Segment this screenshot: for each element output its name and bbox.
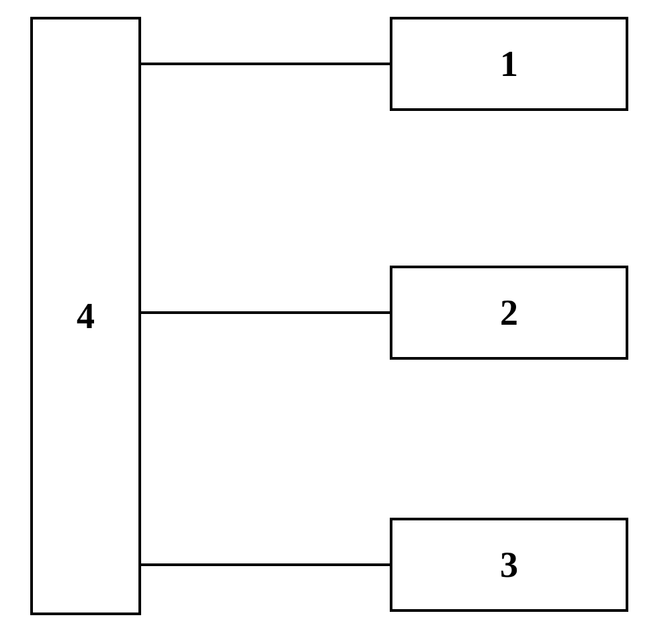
connector-4-to-2 — [141, 311, 390, 314]
block-3: 3 — [390, 518, 628, 612]
block-4-label: 4 — [77, 295, 95, 337]
connector-4-to-1 — [141, 63, 390, 65]
block-2: 2 — [390, 266, 628, 360]
block-3-label: 3 — [500, 544, 518, 586]
block-4: 4 — [30, 17, 141, 615]
block-1: 1 — [390, 17, 628, 111]
block-2-label: 2 — [500, 292, 518, 333]
connector-4-to-3 — [141, 563, 390, 566]
block-1-label: 1 — [500, 43, 518, 85]
